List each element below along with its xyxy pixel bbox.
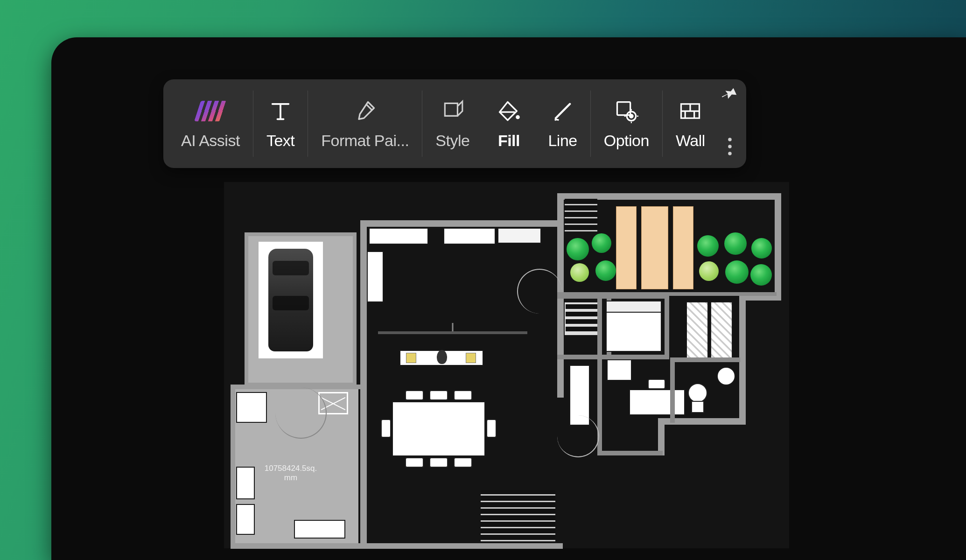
loveseat — [497, 228, 541, 244]
plant — [725, 260, 749, 284]
wall-segment — [231, 543, 563, 549]
door-arc — [517, 269, 562, 314]
plant — [697, 235, 719, 257]
svg-point-3 — [630, 114, 633, 118]
toolbar-tail — [718, 79, 742, 168]
wall-segment — [360, 220, 367, 323]
wall-segment — [353, 232, 357, 386]
dining-chair — [429, 457, 448, 468]
decor-item — [466, 353, 476, 363]
plant — [567, 238, 589, 260]
sofa — [443, 228, 496, 245]
main-toolbar: AI Assist Text Format Pai... — [163, 79, 746, 168]
wall-segment — [670, 357, 740, 362]
wall-segment — [665, 294, 669, 359]
ai-assist-button[interactable]: AI Assist — [168, 79, 253, 168]
stove — [236, 392, 267, 423]
wardrobe — [710, 301, 733, 362]
kitchen-counter — [294, 520, 345, 539]
wall-segment — [739, 294, 746, 425]
tv-stand — [378, 331, 527, 334]
floorplan-canvas[interactable]: 10758424.5sq. mm — [224, 182, 789, 548]
dining-chair — [486, 419, 497, 438]
wall-segment — [658, 418, 665, 455]
wall-segment — [245, 232, 248, 386]
style-label: Style — [435, 132, 469, 150]
wall-segment — [597, 451, 663, 455]
fill-label: Fill — [498, 132, 520, 150]
option-label: Option — [604, 132, 649, 150]
garage-car — [259, 242, 323, 358]
format-painter-label: Format Pai... — [321, 132, 409, 150]
wall-segment — [775, 193, 781, 300]
dining-chair — [405, 457, 424, 468]
door-arc — [557, 415, 599, 457]
dining-chair — [429, 390, 448, 400]
plant — [751, 238, 772, 259]
plant — [724, 232, 747, 255]
wall-segment — [245, 232, 357, 236]
line-button[interactable]: Line — [535, 79, 590, 168]
wall-segment — [231, 385, 235, 548]
wall-button[interactable]: Wall — [663, 79, 718, 168]
stairs — [481, 490, 555, 541]
svg-point-7 — [728, 152, 732, 155]
ai-assist-label: AI Assist — [181, 132, 240, 150]
vase — [437, 350, 447, 364]
nightstand — [607, 359, 632, 381]
plant — [750, 264, 772, 286]
decor-item — [406, 353, 416, 363]
floorplan: 10758424.5sq. mm — [224, 182, 789, 548]
svg-rect-9 — [692, 401, 704, 413]
style-icon — [440, 98, 466, 124]
door-arc — [275, 387, 327, 439]
text-tool-button[interactable]: Text — [253, 79, 308, 168]
desk — [629, 389, 685, 415]
wall-brick-icon — [677, 98, 703, 124]
brush-icon — [352, 98, 378, 124]
stairs — [565, 199, 597, 231]
option-gear-icon — [613, 98, 639, 124]
plant — [570, 263, 589, 282]
svg-point-0 — [516, 115, 520, 119]
wall-segment — [670, 357, 675, 423]
wall-segment — [557, 355, 669, 359]
wall-label: Wall — [676, 132, 705, 150]
area-label: 10758424.5sq. mm — [256, 464, 326, 483]
app-window: AI Assist Text Format Pai... — [51, 37, 966, 560]
desk-chair — [648, 379, 665, 389]
wardrobe — [686, 301, 708, 362]
basin — [717, 367, 735, 385]
sink-basin — [236, 467, 255, 499]
deck-plank — [616, 206, 637, 289]
sink-basin — [236, 504, 255, 535]
line-label: Line — [548, 132, 577, 150]
dining-table — [392, 401, 485, 456]
dining-chair — [454, 390, 472, 400]
wall-segment — [360, 320, 367, 548]
dining-chair — [405, 390, 424, 400]
option-button[interactable]: Option — [591, 79, 662, 168]
deck-plank — [673, 206, 693, 289]
svg-point-6 — [728, 145, 732, 148]
plant — [699, 261, 719, 281]
patio-edge — [557, 292, 777, 296]
fill-button[interactable]: Fill — [483, 79, 535, 168]
dining-chair — [381, 419, 391, 438]
wall-segment — [360, 220, 564, 227]
wall-segment — [557, 220, 564, 398]
toilet — [685, 383, 710, 417]
svg-point-8 — [688, 384, 707, 402]
pin-icon[interactable] — [722, 86, 738, 104]
more-vertical-icon[interactable] — [728, 137, 732, 158]
line-icon — [550, 98, 576, 124]
ai-logo-icon — [197, 98, 224, 124]
style-button[interactable]: Style — [422, 79, 483, 168]
sofa — [369, 228, 428, 245]
sofa — [367, 251, 384, 302]
plant — [595, 260, 616, 281]
format-painter-button[interactable]: Format Pai... — [308, 79, 422, 168]
text-tool-label: Text — [266, 132, 294, 150]
dining-chair — [454, 457, 472, 468]
bed-headboard — [606, 301, 662, 313]
